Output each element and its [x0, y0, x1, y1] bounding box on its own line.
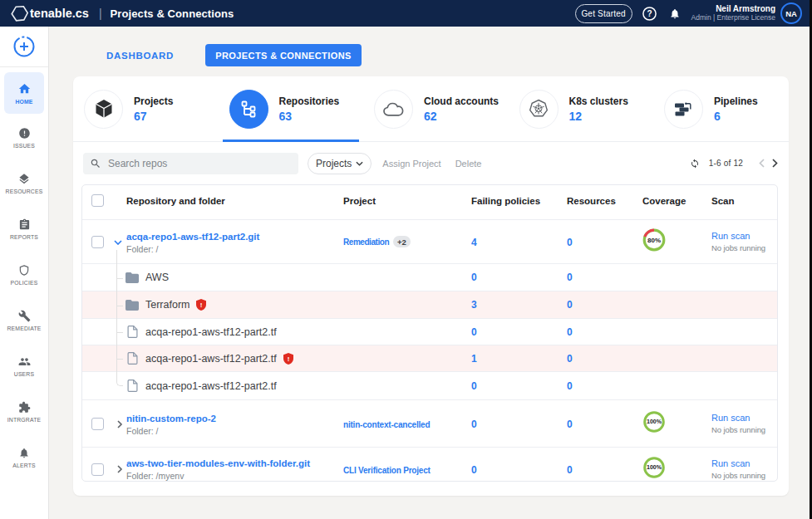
svg-text:100%: 100%	[647, 464, 662, 470]
svg-text:!: !	[200, 301, 203, 309]
svg-text:80%: 80%	[647, 237, 661, 244]
svg-text:100%: 100%	[647, 419, 662, 424]
svg-text:?: ?	[647, 9, 652, 18]
svg-text:!: !	[287, 355, 289, 362]
